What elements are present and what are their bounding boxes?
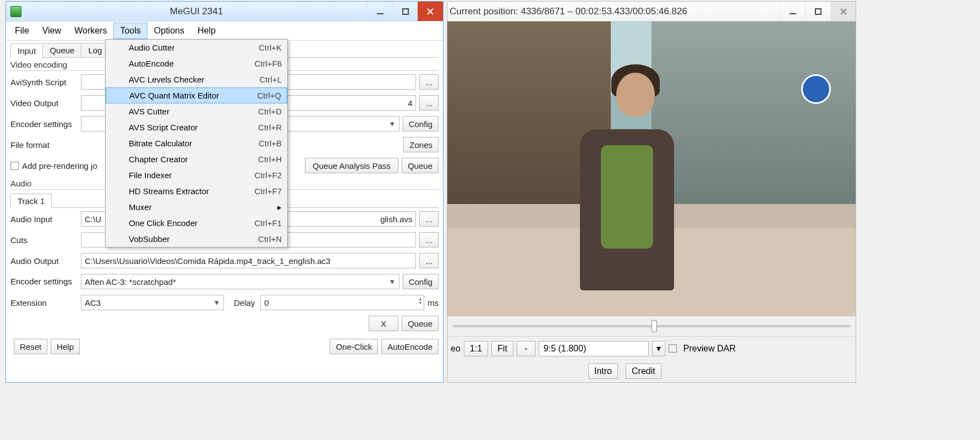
prerender-checkbox[interactable] <box>10 162 19 170</box>
tools-menu-item[interactable]: AutoEncodeCtrl+F6 <box>106 56 287 72</box>
ratio-minus-button[interactable]: - <box>517 341 535 356</box>
tools-menu-shortcut: Ctrl+F6 <box>254 59 282 68</box>
tools-menu-shortcut: Ctrl+Q <box>257 91 281 100</box>
tools-menu-shortcut: Ctrl+F7 <box>254 186 282 196</box>
tools-menu-label: Muxer <box>129 202 282 212</box>
tools-menu-item[interactable]: AVC Quant Matrix EditorCtrl+Q <box>106 87 287 103</box>
audio-encoder-value: Aften AC-3: *scratchpad* <box>85 277 176 287</box>
audio-input-prefix: C:\U <box>85 215 101 224</box>
slider-thumb[interactable] <box>651 320 657 332</box>
tools-menu-item[interactable]: Audio CutterCtrl+K <box>106 40 287 56</box>
cuts-label: Cuts <box>10 235 81 245</box>
audio-config-button[interactable]: Config <box>403 274 439 289</box>
delay-value: 0 <box>264 298 269 307</box>
autoencode-button[interactable]: AutoEncode <box>381 339 439 354</box>
help-button[interactable]: Help <box>51 339 80 354</box>
svg-rect-0 <box>377 13 384 14</box>
close-button[interactable] <box>418 2 443 21</box>
audio-output-field[interactable]: C:\Users\Usuario\Videos\Comida Rápida.mp… <box>81 253 416 268</box>
tools-menu-item[interactable]: Chapter CreatorCtrl+H <box>106 151 287 167</box>
tools-dropdown: Audio CutterCtrl+KAutoEncodeCtrl+F6AVC L… <box>105 39 288 248</box>
tools-menu-shortcut: Ctrl+F2 <box>254 170 282 180</box>
tools-menu-item[interactable]: HD Streams ExtractorCtrl+F7 <box>106 183 287 199</box>
ratio-fit-button[interactable]: Fit <box>491 341 513 356</box>
app-icon <box>10 6 21 17</box>
zones-button[interactable]: Zones <box>403 137 439 152</box>
intro-button[interactable]: Intro <box>588 364 618 379</box>
audio-queue-button[interactable]: Queue <box>402 316 439 331</box>
minimize-button[interactable] <box>367 2 392 21</box>
tools-menu-label: AVC Levels Checker <box>129 75 260 84</box>
audio-output-label: Audio Output <box>10 256 81 266</box>
audio-output-value: C:\Users\Usuario\Videos\Comida Rápida.mp… <box>85 256 331 266</box>
tools-menu-item[interactable]: One Click EncoderCtrl+F1 <box>106 215 287 231</box>
tools-menu-label: Bitrate Calculator <box>129 139 259 148</box>
svg-rect-3 <box>815 9 821 14</box>
tools-menu-item[interactable]: File IndexerCtrl+F2 <box>106 167 287 183</box>
preview-maximize[interactable] <box>805 2 830 21</box>
tools-menu-item[interactable]: Muxer <box>106 199 287 215</box>
tools-menu-item[interactable]: VobSubberCtrl+N <box>106 231 287 247</box>
tools-menu-item[interactable]: AVS CutterCtrl+D <box>106 103 287 119</box>
eo-label: eo <box>451 344 461 354</box>
extension-combo[interactable]: AC3 <box>81 295 224 310</box>
tools-menu-shortcut: Ctrl+K <box>259 43 282 52</box>
extension-value: AC3 <box>85 298 101 307</box>
credit-button[interactable]: Credit <box>626 364 661 379</box>
video-output-suffix: 4 <box>408 98 412 108</box>
tools-menu-label: AVS Script Creator <box>129 123 258 132</box>
audio-x-button[interactable]: X <box>369 316 398 331</box>
reset-button[interactable]: Reset <box>14 339 47 354</box>
preview-dar-checkbox[interactable] <box>669 344 677 353</box>
maximize-button[interactable] <box>392 2 418 21</box>
tools-menu-item[interactable]: AVS Script CreatorCtrl+R <box>106 119 287 135</box>
audio-encoder-combo[interactable]: Aften AC-3: *scratchpad* <box>81 274 399 289</box>
tools-menu-shortcut: Ctrl+L <box>260 75 282 84</box>
delay-unit: ms <box>428 298 439 307</box>
queue-analysis-button[interactable]: Queue Analysis Pass <box>305 158 398 173</box>
tab-queue[interactable]: Queue <box>42 43 81 57</box>
video-output-browse[interactable]: ... <box>419 95 439 111</box>
video-queue-button[interactable]: Queue <box>402 158 439 173</box>
tools-menu-item[interactable]: Bitrate CalculatorCtrl+B <box>106 135 287 151</box>
aspect-dropdown-button[interactable]: ▾ <box>652 341 665 356</box>
video-config-button[interactable]: Config <box>403 116 439 131</box>
audio-input-suffix: glish.avs <box>380 215 412 224</box>
delay-field[interactable]: 0 <box>260 295 424 310</box>
ratio-1-1-button[interactable]: 1:1 <box>464 341 488 356</box>
menubar: File View Workers Tools Options Help <box>6 21 443 41</box>
avisynth-browse[interactable]: ... <box>419 74 439 90</box>
menu-workers[interactable]: Workers <box>68 23 113 39</box>
video-encoder-label: Encoder settings <box>10 119 81 129</box>
preview-dar-label: Preview DAR <box>683 344 736 354</box>
video-output-label: Video Output <box>10 98 81 108</box>
menu-view[interactable]: View <box>36 23 68 39</box>
tools-menu-label: Chapter Creator <box>129 155 258 164</box>
aspect-value: 9:5 (1.800) <box>544 344 586 354</box>
preview-close[interactable] <box>830 2 856 21</box>
menu-options[interactable]: Options <box>147 23 191 39</box>
tab-track1[interactable]: Track 1 <box>10 194 52 208</box>
aspect-field[interactable]: 9:5 (1.800) <box>539 341 649 356</box>
menu-file[interactable]: File <box>8 23 36 39</box>
tools-menu-shortcut: Ctrl+D <box>258 107 282 116</box>
menu-help[interactable]: Help <box>191 23 222 39</box>
preview-minimize[interactable] <box>780 2 805 21</box>
tools-menu-label: Audio Cutter <box>129 43 259 52</box>
preview-title: Current position: 4336/8671 – 00:02:53.4… <box>447 6 780 17</box>
position-slider[interactable] <box>453 325 850 327</box>
menu-tools[interactable]: Tools <box>113 23 147 39</box>
extension-label: Extension <box>10 298 81 307</box>
tab-input[interactable]: Input <box>10 43 43 58</box>
cuts-browse[interactable]: ... <box>419 232 439 248</box>
audio-input-label: Audio Input <box>10 215 81 224</box>
tools-menu-item[interactable]: AVC Levels CheckerCtrl+L <box>106 72 287 87</box>
tools-menu-label: HD Streams Extractor <box>129 186 254 196</box>
delay-label: Delay <box>234 298 255 307</box>
oneclick-button[interactable]: One-Click <box>330 339 378 354</box>
audio-input-browse[interactable]: ... <box>419 211 439 227</box>
audio-output-browse[interactable]: ... <box>419 253 439 268</box>
svg-rect-1 <box>403 9 408 14</box>
tools-menu-label: AutoEncode <box>129 59 254 68</box>
file-format-label: File format <box>10 140 81 150</box>
